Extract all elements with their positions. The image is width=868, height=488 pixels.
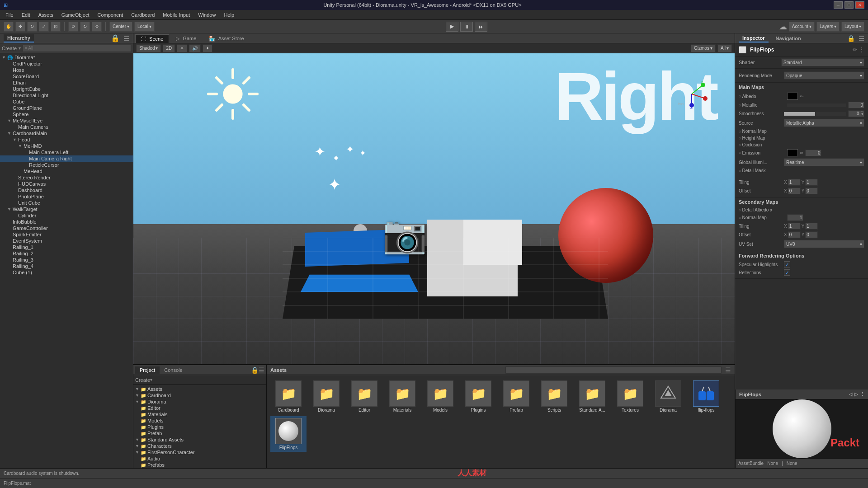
emission-color-box[interactable]: [787, 149, 798, 156]
offset-y[interactable]: [805, 188, 818, 194]
tree-item-directionallight[interactable]: Directional Light: [0, 92, 133, 99]
toolbar-rect-btn[interactable]: ⊡: [51, 22, 61, 32]
main-maps-title[interactable]: Main Maps: [739, 84, 864, 90]
project-lock-icon[interactable]: 🔒: [251, 366, 259, 374]
sec-offset-x[interactable]: [788, 231, 801, 238]
proj-editor[interactable]: 📁 Editor: [133, 405, 266, 411]
preview-play-btn[interactable]: ▷: [854, 391, 858, 397]
assets-search[interactable]: [505, 366, 722, 374]
tree-item-railing2[interactable]: Railing_2: [0, 250, 133, 257]
sec-tiling-x[interactable]: [788, 223, 801, 230]
menu-cardboard[interactable]: Cardboard: [127, 11, 158, 19]
source-dropdown[interactable]: Metallic Alpha ▾: [784, 119, 864, 127]
console-tab[interactable]: Console: [160, 366, 187, 374]
emission-edit-icon[interactable]: ✏: [800, 150, 803, 155]
tree-item-reticlecursor[interactable]: ReticleCursor: [0, 162, 133, 168]
sec-offset-y[interactable]: [805, 231, 818, 238]
proj-create-btn[interactable]: Create: [135, 377, 150, 383]
toolbar-undo-btn[interactable]: ↺: [68, 22, 78, 32]
tree-item-railing3[interactable]: Railing_3: [0, 257, 133, 263]
tree-item-cube[interactable]: Cube: [0, 99, 133, 105]
audio-btn[interactable]: 🔊: [189, 44, 201, 52]
gizmos-dropdown[interactable]: Gizmos ▾: [691, 44, 716, 52]
preview-options-btn[interactable]: ⋮: [860, 391, 865, 397]
tiling-y[interactable]: [805, 179, 818, 186]
emission-num[interactable]: 0: [805, 150, 821, 156]
fx-btn[interactable]: ✦: [203, 44, 212, 52]
menu-help[interactable]: Help: [220, 11, 238, 19]
layout-dropdown[interactable]: Layout ▾: [841, 22, 864, 32]
hierarchy-lock-icon[interactable]: 🔒: [111, 34, 120, 42]
maximize-btn[interactable]: □: [844, 1, 854, 9]
asset-diorama[interactable]: 📁 Diorama: [308, 379, 344, 414]
rendering-mode-dropdown[interactable]: Opaque ▾: [784, 71, 864, 80]
tree-item-eventsystem[interactable]: EventSystem: [0, 238, 133, 244]
menu-component[interactable]: Component: [94, 11, 127, 19]
asset-prefab[interactable]: 📁 Prefab: [498, 379, 534, 414]
tree-item-sphere[interactable]: Sphere: [0, 111, 133, 117]
tab-game[interactable]: ▷ Game: [170, 34, 202, 43]
tree-item-cardboardmain[interactable]: ▼CardboardMain: [0, 130, 133, 136]
globalillum-dropdown[interactable]: Realtime ▾: [784, 158, 864, 166]
tree-item-photoplane[interactable]: PhotoPlane: [0, 193, 133, 200]
tree-item-railing4[interactable]: Railing_4: [0, 263, 133, 269]
project-tab[interactable]: Project: [135, 366, 160, 374]
tree-item-maincamera[interactable]: Main Camera: [0, 124, 133, 130]
sec-normalmap-val[interactable]: 1: [787, 214, 803, 221]
project-menu-icon[interactable]: ☰: [259, 366, 264, 374]
local-dropdown[interactable]: Local ▾: [134, 22, 155, 32]
proj-audio[interactable]: 📁 Audio: [133, 455, 266, 462]
tree-item-infobubble[interactable]: InfoBubble: [0, 219, 133, 225]
hierarchy-search[interactable]: [23, 45, 131, 52]
tree-item-hudcanvas[interactable]: HUDCanvas: [0, 181, 133, 187]
forward-rendering-title[interactable]: Forward Rendering Options: [739, 253, 864, 258]
insp-lock-icon[interactable]: 🔒: [847, 35, 855, 42]
menu-file[interactable]: File: [2, 11, 17, 19]
menu-assets[interactable]: Assets: [35, 11, 57, 19]
tree-item-railing1[interactable]: Railing_1: [0, 244, 133, 250]
tree-item-scoreboard[interactable]: ScoreBoard: [0, 73, 133, 80]
toolbar-hand-btn[interactable]: ✋: [4, 22, 14, 32]
tree-item-hose[interactable]: Hose: [0, 67, 133, 73]
asset-plugins[interactable]: 📁 Plugins: [460, 379, 496, 414]
tree-item-diorama[interactable]: ▼ 🌐 Diorama*: [0, 54, 133, 61]
asset-diorama-unity[interactable]: Diorama: [650, 379, 686, 414]
asset-flipflops-mat[interactable]: FlipFlops: [270, 416, 307, 452]
tree-item-ethan[interactable]: Ethan: [0, 80, 133, 86]
close-btn[interactable]: ✕: [855, 1, 864, 9]
tab-scene[interactable]: ⛶ Scene: [135, 34, 169, 43]
asset-standarda[interactable]: 📁 Standard A...: [574, 379, 610, 414]
tab-assetstore[interactable]: 🏪 Asset Store: [203, 34, 250, 43]
proj-models[interactable]: 📁 Models: [133, 418, 266, 424]
toolbar-redo-btn[interactable]: ↻: [80, 22, 90, 32]
metallic-num[interactable]: 0: [848, 102, 864, 108]
account-dropdown[interactable]: Account ▾: [789, 22, 815, 32]
tree-item-unitcube[interactable]: Unit Cube: [0, 200, 133, 206]
proj-materials[interactable]: 📁 Materials: [133, 411, 266, 418]
asset-scripts[interactable]: 📁 Scripts: [536, 379, 572, 414]
secondary-maps-title[interactable]: Secondary Maps: [739, 199, 864, 205]
pause-btn[interactable]: ⏸: [460, 22, 473, 32]
proj-prefabs[interactable]: 📁 Prefabs: [133, 462, 266, 468]
tree-item-uprightcube[interactable]: UprightCube: [0, 86, 133, 92]
all-dropdown[interactable]: All ▾: [717, 44, 732, 52]
tree-item-cube1[interactable]: Cube (1): [0, 269, 133, 276]
tree-item-stereorender[interactable]: Stereo Render: [0, 174, 133, 181]
toolbar-scale-btn[interactable]: ⤢: [39, 22, 49, 32]
menu-mobileinput[interactable]: Mobile Input: [159, 11, 193, 19]
tree-item-head[interactable]: ▼Head: [0, 136, 133, 143]
tree-item-mehead[interactable]: MeHead: [0, 168, 133, 174]
albedo-edit-icon[interactable]: ✏: [800, 94, 803, 99]
menu-gameobject[interactable]: GameObject: [58, 11, 93, 19]
tree-item-cylinder[interactable]: Cylinder: [0, 212, 133, 219]
metallic-slider[interactable]: [787, 103, 846, 107]
proj-cardboard[interactable]: ▼ 📁 Cardboard: [133, 392, 266, 399]
toolbar-move-btn[interactable]: ✥: [15, 22, 25, 32]
asset-cardboard[interactable]: 📁 Cardboard: [270, 379, 307, 414]
play-btn[interactable]: ▶: [446, 22, 458, 32]
hierarchy-tab[interactable]: Hierarchy: [4, 34, 34, 42]
proj-firstpersoncharacter[interactable]: ▼ 📁 FirstPersonCharacter: [133, 449, 266, 455]
proj-plugins[interactable]: 📁 Plugins: [133, 424, 266, 430]
step-btn[interactable]: ⏭: [475, 22, 487, 32]
spec-highlight-checkbox[interactable]: ✓: [784, 261, 790, 267]
